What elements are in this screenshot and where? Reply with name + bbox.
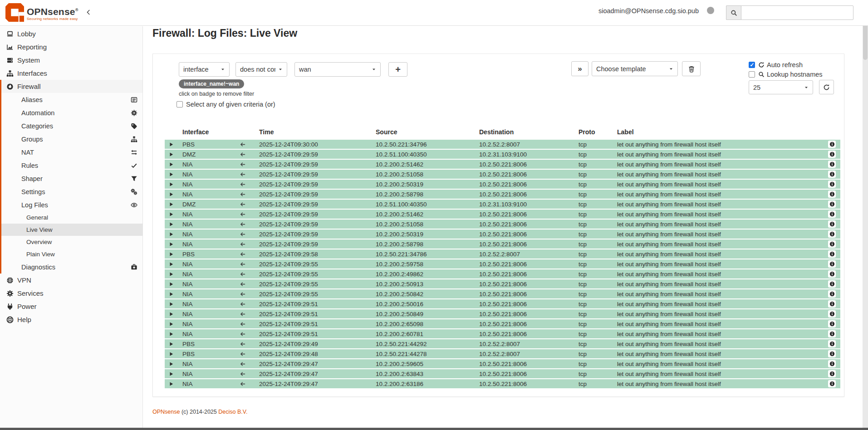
user-status-icon[interactable] [707, 7, 714, 14]
rule-info-button[interactable] [828, 141, 836, 148]
log-table-row[interactable]: DMZ2025-12-24T09:29:5910.2.51.100:403501… [165, 200, 840, 209]
play-icon[interactable] [169, 342, 182, 347]
app-logo[interactable]: OPNsense® Securing networks made easy [5, 3, 78, 22]
play-icon[interactable] [169, 162, 182, 167]
filter-operator-select[interactable]: does not con [235, 62, 287, 77]
move-filter-button[interactable]: » [571, 61, 588, 76]
sidebar-item-live-view[interactable]: Live View [1, 224, 142, 236]
rule-info-button[interactable] [828, 290, 836, 298]
rule-info-button[interactable] [828, 300, 836, 308]
play-icon[interactable] [169, 252, 182, 257]
delete-template-button[interactable] [682, 61, 701, 76]
play-icon[interactable] [169, 232, 182, 237]
sidebar-item-settings[interactable]: Settings [1, 185, 142, 198]
lookup-hostnames-checkbox[interactable] [749, 71, 755, 78]
play-icon[interactable] [169, 192, 182, 197]
play-icon[interactable] [169, 172, 182, 177]
log-table-row[interactable]: NIA2025-12-24T09:29:5510.2.200.2:4986210… [165, 269, 840, 279]
sidebar-item-vpn[interactable]: VPN [0, 274, 142, 287]
rule-info-button[interactable] [828, 330, 836, 337]
log-table-row[interactable]: NIA2025-12-24T09:29:5910.2.200.2:5879810… [165, 239, 840, 249]
play-icon[interactable] [169, 371, 182, 376]
log-table-row[interactable]: PBS2025-12-24T09:29:5810.2.50.221:347861… [165, 249, 840, 259]
play-icon[interactable] [169, 242, 182, 247]
log-table-row[interactable]: NIA2025-12-24T09:29:5910.2.200.2:5105810… [165, 170, 840, 179]
sidebar-item-plain-view[interactable]: Plain View [1, 248, 142, 260]
play-icon[interactable] [169, 312, 182, 317]
rule-info-button[interactable] [828, 340, 836, 347]
log-table-row[interactable]: DMZ2025-12-24T09:29:5910.2.51.100:403501… [165, 150, 840, 159]
play-icon[interactable] [169, 222, 182, 227]
rule-info-button[interactable] [828, 310, 836, 318]
rule-info-button[interactable] [828, 161, 836, 168]
play-icon[interactable] [169, 322, 182, 327]
log-table-row[interactable]: NIA2025-12-24T09:29:5910.2.200.2:5879810… [165, 190, 840, 199]
footer-opnsense-link[interactable]: OPNsense [152, 409, 180, 415]
auto-refresh-checkbox[interactable] [749, 62, 755, 68]
play-icon[interactable] [169, 202, 182, 207]
add-filter-button[interactable]: + [388, 62, 407, 77]
rule-info-button[interactable] [828, 171, 836, 178]
log-table-row[interactable]: NIA2025-12-24T09:29:5510.2.200.2:5975810… [165, 259, 840, 269]
play-icon[interactable] [169, 362, 182, 366]
sidebar-item-general[interactable]: General [1, 211, 142, 224]
play-icon[interactable] [169, 292, 182, 297]
rule-info-button[interactable] [828, 240, 836, 248]
page-scrollbar[interactable] [863, 0, 868, 428]
sidebar-item-diagnostics[interactable]: Diagnostics [1, 260, 142, 274]
sidebar-item-log-files[interactable]: Log Files [1, 198, 142, 211]
user-email[interactable]: sioadmin@OPNsense.cdg.sio.pub [590, 7, 699, 15]
play-icon[interactable] [169, 381, 182, 386]
rule-info-button[interactable] [828, 250, 836, 258]
play-icon[interactable] [169, 272, 182, 277]
sidebar-item-categories[interactable]: Categories [1, 119, 142, 132]
play-icon[interactable] [169, 152, 182, 157]
log-table-row[interactable]: NIA2025-12-24T09:29:5110.2.200.2:5001610… [165, 299, 840, 308]
log-table-row[interactable]: NIA2025-12-24T09:29:5910.2.200.2:5031910… [165, 230, 840, 239]
sidebar-item-services[interactable]: Services [0, 287, 142, 300]
sidebar-item-rules[interactable]: Rules [1, 159, 142, 172]
sidebar-item-help[interactable]: Help [0, 313, 142, 326]
rule-info-button[interactable] [828, 191, 836, 198]
play-icon[interactable] [169, 282, 182, 287]
rule-info-button[interactable] [828, 220, 836, 228]
rule-info-button[interactable] [828, 270, 836, 278]
log-table-row[interactable]: NIA2025-12-24T09:29:5110.2.200.2:5084910… [165, 309, 840, 318]
sidebar-item-overview[interactable]: Overview [1, 236, 142, 248]
active-filter-badge[interactable]: interface_name!~wan [179, 79, 244, 88]
rule-info-button[interactable] [828, 230, 836, 238]
filter-value-select[interactable]: wan [294, 62, 381, 77]
rule-info-button[interactable] [828, 181, 836, 188]
rule-info-button[interactable] [828, 360, 836, 367]
log-table-row[interactable]: PBS2025-12-24T09:30:0010.2.50.221:347961… [165, 140, 840, 149]
sidebar-item-interfaces[interactable]: Interfaces [0, 67, 142, 80]
play-icon[interactable] [169, 302, 182, 307]
log-table-row[interactable]: NIA2025-12-24T09:29:5910.2.200.2:5105810… [165, 220, 840, 229]
sidebar-collapse-icon[interactable] [85, 9, 92, 16]
play-icon[interactable] [169, 262, 182, 267]
page-size-select[interactable]: 25 [749, 80, 813, 94]
play-icon[interactable] [169, 212, 182, 217]
log-table-row[interactable]: PBS2025-12-24T09:29:4910.2.50.221:442921… [165, 339, 840, 348]
sidebar-item-nat[interactable]: NAT [1, 146, 142, 159]
rule-info-button[interactable] [828, 370, 836, 377]
rule-info-button[interactable] [828, 350, 836, 357]
search-input[interactable] [741, 5, 853, 20]
rule-info-button[interactable] [828, 151, 836, 158]
rule-info-button[interactable] [828, 260, 836, 268]
log-table-row[interactable]: NIA2025-12-24T09:29:4710.2.200.2:5960510… [165, 359, 840, 368]
template-select[interactable]: Choose template [592, 61, 678, 76]
rule-info-button[interactable] [828, 210, 836, 218]
log-table-row[interactable]: NIA2025-12-24T09:29:5510.2.200.2:5091310… [165, 279, 840, 288]
or-criteria-checkbox[interactable] [177, 101, 183, 108]
rule-info-button[interactable] [828, 200, 836, 208]
sidebar-item-lobby[interactable]: Lobby [0, 27, 142, 40]
log-table-row[interactable]: NIA2025-12-24T09:29:5110.2.200.2:6078110… [165, 329, 840, 338]
play-icon[interactable] [169, 182, 182, 187]
rule-info-button[interactable] [828, 280, 836, 288]
log-table-row[interactable]: NIA2025-12-24T09:29:5110.2.200.2:6509810… [165, 319, 840, 328]
refresh-button[interactable] [819, 80, 834, 94]
footer-deciso-link[interactable]: Deciso B.V. [218, 409, 247, 415]
play-icon[interactable] [169, 332, 182, 337]
sidebar-item-reporting[interactable]: Reporting [0, 40, 142, 54]
